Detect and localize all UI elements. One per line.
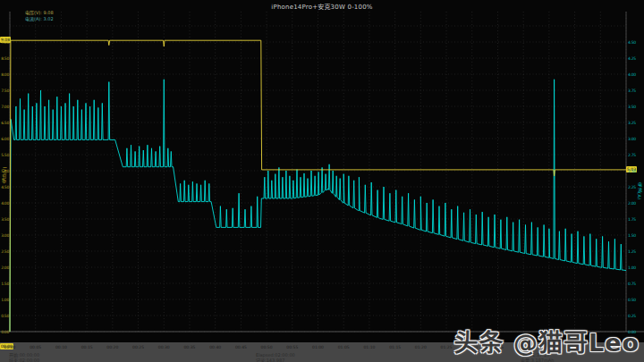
time-tick-label: 01:15 [384,345,407,349]
time-tick-label: 00:25 [127,345,150,349]
left-tick-label: 0.50 [0,314,9,318]
right-tick-label: 1.00 [628,265,636,270]
right-tick-label: 2.50 [628,169,636,173]
left-tick-label: 8.50 [0,56,9,61]
right-tick-label: 4.50 [628,40,636,45]
right-tick-label: 0.50 [628,298,636,302]
left-tick-label: 1.00 [0,298,9,302]
left-tick-label: 9.00 [0,40,9,45]
stats-center: Elapsed:02:00:00 记录:143,987 [256,353,295,362]
right-tick-label: 3.00 [628,137,636,141]
stat-capacity: 电量:3,187mAh [521,358,554,362]
time-tick-label: 00:10 [49,345,72,349]
left-tick-label: 3.00 [0,233,9,238]
right-tick-label: 2.00 [628,201,636,206]
right-tick-label: 4.00 [628,72,636,77]
left-tick-label: 4.50 [0,185,9,189]
left-tick-label: 6.00 [0,137,9,141]
time-tick-label: 00:05 [24,345,47,349]
right-tick-label: 3.75 [628,88,636,93]
time-tick-label: 00:20 [101,345,124,349]
right-tick-label: 1.25 [628,249,636,254]
chart-title: iPhone14Pro+安克30W 0-100% [0,2,644,11]
time-tick-label: 01:00 [307,345,330,349]
time-tick-label: 01:20 [409,345,432,349]
time-tick-label: 00:00 [0,345,21,349]
time-tick-label: 00:40 [204,345,227,349]
left-tick-label: 5.00 [0,169,9,173]
left-tick-label: 8.00 [0,72,9,77]
left-tick-label: 0.00 [0,330,9,334]
right-tick-label: 2.75 [628,153,636,157]
left-tick-label: 2.50 [0,249,9,254]
right-tick-label: 3.25 [628,121,636,125]
stat-records: 记录:143,987 [256,358,295,362]
time-tick-label: 01:05 [332,345,355,349]
time-tick-label: 00:50 [255,345,278,349]
power-meter-recording-screen: iPhone14Pro+安克30W 0-100% 电压(V): 9.08 电流(… [0,0,644,362]
left-tick-label: 3.50 [0,217,9,222]
left-tick-label: 7.50 [0,88,9,93]
stat-end: 结束:02:00:00 [9,358,39,362]
right-tick-label: 0.75 [628,282,636,286]
left-tick-label: 4.00 [0,201,9,206]
left-tick-label: 5.50 [0,153,9,157]
legend-voltage: 电压(V): 9.08 [25,10,54,16]
left-tick-label: 2.00 [0,265,9,270]
time-tick-label: 00:15 [75,345,98,349]
legend-current: 电流(A): 3.02 [25,16,54,22]
right-tick-label: 2.25 [628,185,636,189]
stats-left: 开始:00:00:00 结束:02:00:00 [9,353,39,362]
right-tick-label: 4.25 [628,56,636,61]
watermark-toutiao-maoge-leo: 头条 @猫哥Leo [454,324,640,358]
right-tick-label: 0.25 [628,314,636,318]
time-tick-label: 00:45 [229,345,252,349]
legend: 电压(V): 9.08 电流(A): 3.02 [25,10,54,22]
charging-curve-chart [0,0,644,362]
right-axis-title: 电流(A) [637,182,643,200]
left-tick-label: 1.50 [0,282,9,286]
right-tick-label: 1.75 [628,217,636,222]
time-tick-label: 00:55 [281,345,304,349]
time-tick-label: 00:30 [152,345,175,349]
right-tick-label: 1.50 [628,233,636,238]
right-tick-label: 3.50 [628,105,636,109]
left-tick-label: 6.50 [0,121,9,125]
time-tick-label: 01:10 [358,345,381,349]
left-tick-label: 7.00 [0,105,9,109]
time-tick-label: 00:35 [178,345,201,349]
